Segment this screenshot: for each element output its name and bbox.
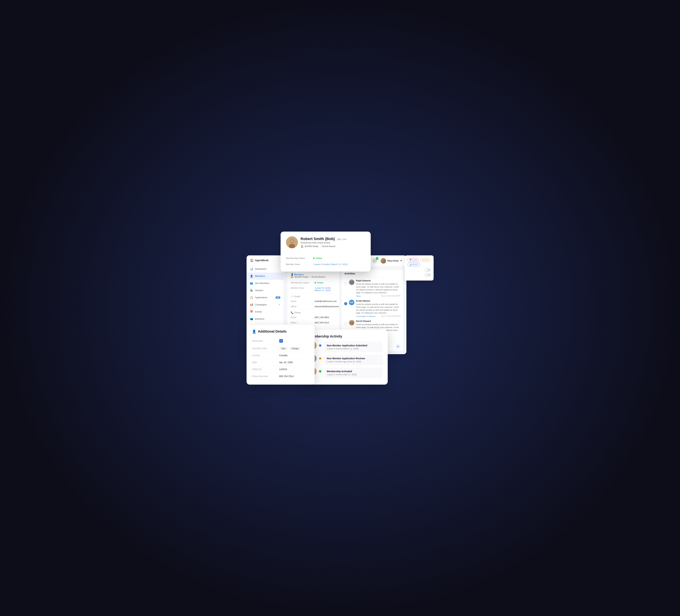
- sidebar-label-members: Members: [255, 275, 265, 277]
- member-since-value: 2 years 6 months (March 12, 2020): [313, 263, 347, 265]
- crea-id-row: CREA ID 124523: [252, 366, 309, 373]
- activity-event-2: New Member Application Reviews: [327, 357, 380, 360]
- sidebar-item-vendors[interactable]: 🏪 Vendors: [247, 287, 284, 294]
- sidebar-item-non-members[interactable]: 👥 Non-Members: [247, 280, 284, 287]
- activity-item-1: New Member Application Submitted 2 years…: [309, 342, 383, 352]
- office-phone-label: Office !: [291, 321, 315, 324]
- activity-date-3: 1 years 2 months (April 12, 2022): [327, 373, 380, 376]
- message-item: RE Ralph Edwards Could you please provid…: [344, 280, 401, 297]
- applications-badge: 50: [276, 296, 280, 299]
- toggle-2[interactable]: [425, 273, 431, 277]
- msg-name-1: Ralph Edwards: [356, 280, 401, 282]
- detail-status-dot: [315, 282, 316, 283]
- activity-body-3: Membership Activated 1 years 2 months (A…: [324, 368, 383, 378]
- profile-name: Robert Smith (Bob) ABR, CRA: [301, 237, 346, 241]
- msg-text-1: Could you please provide us with and upd…: [356, 283, 401, 294]
- email-section-title: Email: [294, 295, 300, 298]
- country-row: Country Canada: [252, 352, 309, 359]
- interested-label: Interested: [252, 339, 279, 342]
- chevron-down-icon: ▼: [279, 304, 280, 306]
- sidebar-item-members[interactable]: 👤 Members: [247, 273, 284, 280]
- detail-since-value: 2 years 6 months (March 12, 2020): [315, 287, 336, 291]
- home-email-value: smith@roberhome.com: [315, 300, 337, 303]
- date-value: Apr 18, 1956: [279, 361, 293, 364]
- messages-badge: 4: [376, 257, 378, 260]
- date-label: Date: [252, 361, 279, 364]
- profile-title: Residential Real estate Broker: [301, 242, 346, 244]
- sidebar-item-events[interactable]: 📅 Events: [247, 308, 284, 315]
- tag-row: 📅 Event 🛍 Shop 📊 MLS/IT: [407, 258, 431, 266]
- msg-avatar-ralph: RE: [349, 280, 355, 285]
- sidebar-item-campaigns[interactable]: 📢 Campaigns ▼: [247, 301, 284, 308]
- svg-point-3: [290, 239, 294, 243]
- msg-time-1: Oct 21, 2022 at 03:00 PM: [381, 295, 401, 297]
- members-icon: 👤: [250, 275, 253, 278]
- detail-status-value: Active: [317, 282, 323, 284]
- toggle-row-1: [407, 268, 431, 272]
- msg-avatar-darrell: DS: [349, 320, 355, 326]
- membership-status-value: Active: [316, 257, 322, 259]
- sidebar-item-elections[interactable]: 🗳️ Elections: [247, 315, 284, 323]
- members-icon-sm: 👤: [291, 273, 293, 276]
- activity-dot-3: [319, 370, 321, 372]
- msg-reply-1[interactable]: Reply: [356, 295, 361, 297]
- color-tag-red: Red: [279, 347, 288, 350]
- messages-button[interactable]: 💬 4: [372, 258, 378, 264]
- msg-avatar-kristin: KW: [349, 300, 355, 305]
- activity-title: Membership Activity: [309, 334, 383, 338]
- tag-shop[interactable]: 🛍 Shop: [420, 258, 431, 262]
- msg-between-2[interactable]: 3 messages in between: [356, 315, 376, 317]
- sidebar-label-applications: Applications: [255, 296, 267, 299]
- campaigns-icon: 📢: [250, 303, 253, 306]
- home-email-label: Home: [291, 300, 315, 303]
- favorite-color-label: Favorite Color: [252, 347, 279, 350]
- shop-icon: 🛍: [422, 259, 424, 261]
- user-avatar: [380, 258, 386, 263]
- elections-icon: 🗳️: [250, 317, 253, 320]
- crea-id-label: CREA ID: [252, 368, 279, 371]
- vendors-icon: 🏪: [250, 289, 253, 292]
- member-company-info: 🏠 BOARD Realty — Toronto Branch: [291, 276, 336, 278]
- color-tag-orange: Orange: [289, 347, 301, 350]
- toggle-1[interactable]: [425, 268, 431, 272]
- message-select-circle[interactable]: [344, 282, 347, 285]
- members-breadcrumb[interactable]: 👤 Members: [291, 273, 336, 276]
- activity-dot-1: [319, 344, 321, 347]
- status-indicator: [313, 257, 315, 259]
- email-section-icon: ✉️: [291, 295, 293, 298]
- calendar-icon: 📅: [409, 259, 412, 261]
- msg-name-2: Kristin Watson: [356, 300, 401, 302]
- sidebar-item-applications[interactable]: 📋 Applications 50: [247, 294, 284, 301]
- phone-number-row: Phone Number 895 254 2514: [252, 373, 309, 380]
- home-phone-label: Home: [291, 316, 315, 319]
- user-menu[interactable]: Raza Khan ▼: [380, 258, 402, 263]
- sidebar-item-dashboard[interactable]: 📊 Dashboard: [247, 265, 284, 273]
- phone-section-title: Phone: [294, 311, 301, 314]
- brand-icon: 🏠: [250, 258, 254, 262]
- message-select-check[interactable]: ✓: [344, 302, 347, 305]
- interested-row: Interested ✓: [252, 337, 309, 345]
- membership-activity-card: Membership Activity New Member Applicati…: [304, 330, 388, 385]
- profile-branch: Toronto Branch: [322, 245, 336, 248]
- activity-dot-2: [319, 357, 321, 360]
- message-select-circle-3[interactable]: [344, 323, 347, 326]
- sidebar-brand: 🏠 AgentBook: [247, 255, 284, 265]
- country-label: Country: [252, 354, 279, 357]
- tag-event[interactable]: 📅 Event: [407, 258, 419, 262]
- phone-number-label: Phone Number: [252, 375, 279, 377]
- additional-details-title: Additional Details: [258, 330, 287, 333]
- right-panel: 📅 Event 🛍 Shop 📊 MLS/IT: [405, 255, 434, 281]
- home-phone-value: (987) 258-9854: [315, 316, 329, 319]
- profile-card: Robert Smith (Bob) ABR, CRA Residential …: [281, 231, 371, 272]
- user-dropdown-icon: ▼: [400, 259, 402, 262]
- interested-checkbox[interactable]: ✓: [279, 339, 283, 343]
- activity-event-1: New Member Application Submitted: [327, 344, 380, 347]
- phone-section-icon: 📞: [291, 311, 293, 314]
- date-row: Date Apr 18, 1956: [252, 359, 309, 366]
- office-email-value: robertsmith@savehomerealty.com: [315, 305, 339, 308]
- activity-item-2: New Member Application Reviews 1 years 9…: [309, 355, 383, 365]
- activity-body-1: New Member Application Submitted 2 years…: [324, 342, 383, 352]
- send-button[interactable]: ➤: [396, 344, 401, 349]
- member-since-label: Member Since: [286, 263, 313, 265]
- tag-mls[interactable]: 📊 MLS/IT: [407, 263, 420, 266]
